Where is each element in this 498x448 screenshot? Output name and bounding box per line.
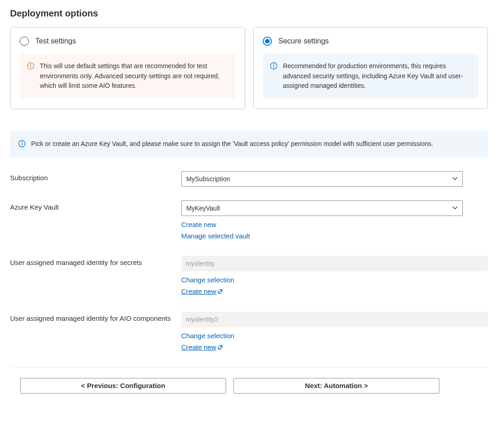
option-secure-settings[interactable]: Secure settings Recommended for producti… [253,27,488,109]
option-test-settings[interactable]: Test settings This will use default sett… [10,27,245,109]
keyvault-dropdown[interactable]: MyKeyVault [181,200,463,216]
chevron-down-icon [452,205,458,212]
previous-button[interactable]: < Previous: Configuration [20,378,226,394]
keyvault-banner: Pick or create an Azure Key Vault, and p… [10,131,488,157]
info-box-secure: Recommended for production environments,… [263,54,478,98]
label-subscription: Subscription [10,171,181,182]
chevron-down-icon [452,175,458,183]
svg-rect-5 [273,65,274,68]
radio-unchecked-icon[interactable] [20,37,29,46]
row-identity-aio: User assigned managed identity for AIO c… [10,312,488,354]
label-keyvault: Azure Key Vault [10,200,181,211]
section-title: Deployment options [10,8,488,19]
link-change-identity-secrets[interactable]: Change selection [181,274,234,286]
field-value: myidentity [186,260,215,267]
link-create-identity-aio[interactable]: Create new [181,341,223,354]
wizard-nav: < Previous: Configuration Next: Automati… [10,378,488,394]
info-icon [18,140,26,147]
banner-text: Pick or create an Azure Key Vault, and p… [31,139,433,149]
external-link-icon [217,344,223,351]
label-identity-aio: User assigned managed identity for AIO c… [10,312,181,322]
next-button[interactable]: Next: Automation > [233,378,439,394]
link-create-keyvault[interactable]: Create new [181,219,217,231]
dropdown-value: MySubscription [186,175,230,183]
info-text: This will use default settings that are … [40,61,228,91]
row-keyvault: Azure Key Vault MyKeyVault Create new Ma… [10,200,488,242]
row-identity-secrets: User assigned managed identity for secre… [10,256,488,298]
svg-rect-2 [30,65,31,68]
external-link-icon [217,288,223,296]
info-text: Recommended for production environments,… [283,61,471,91]
svg-point-7 [22,142,22,143]
subscription-dropdown[interactable]: MySubscription [181,171,463,187]
link-change-identity-aio[interactable]: Change selection [181,330,234,342]
svg-point-4 [273,64,274,65]
identity-aio-field: myidentity2 [181,312,488,327]
svg-point-1 [30,64,31,65]
field-value: myidentity2 [186,316,218,323]
link-text: Create new [181,343,217,351]
option-title: Test settings [35,37,76,45]
radio-checked-icon[interactable] [263,37,272,46]
link-manage-keyvault[interactable]: Manage selected vault [181,230,250,242]
link-create-identity-secrets[interactable]: Create new [181,286,223,298]
svg-rect-8 [22,143,22,146]
label-identity-secrets: User assigned managed identity for secre… [10,256,181,266]
link-text: Create new [181,287,217,295]
dropdown-value: MyKeyVault [186,205,220,212]
option-title: Secure settings [278,37,329,45]
info-icon [27,62,34,70]
identity-secrets-field: myidentity [181,256,488,271]
divider [10,367,488,368]
deployment-options-row: Test settings This will use default sett… [10,27,488,109]
info-box-test: This will use default settings that are … [20,54,235,98]
info-icon [270,62,277,70]
row-subscription: Subscription MySubscription [10,171,488,187]
